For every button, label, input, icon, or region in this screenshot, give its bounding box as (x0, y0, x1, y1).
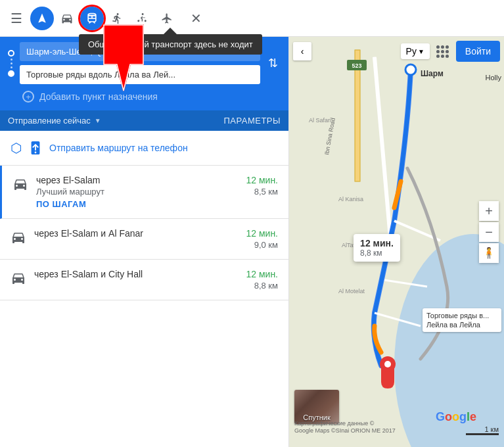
departure-left[interactable]: Отправление сейчас ▼ (8, 116, 101, 126)
street-view-button[interactable]: 🧍 (479, 243, 499, 263)
params-button[interactable]: ПАРАМЕТРЫ (223, 116, 281, 126)
departure-chevron-icon: ▼ (95, 117, 101, 124)
svg-text:523: 523 (352, 62, 361, 69)
transit-nav-icon[interactable] (80, 7, 104, 30)
map-info-box: 12 мин. 8,8 км (354, 234, 400, 262)
walk-nav-icon[interactable] (105, 7, 129, 30)
lang-arrow-icon: ▼ (418, 48, 424, 55)
directions-nav-icon[interactable] (30, 7, 54, 30)
car-icon-3 (11, 270, 26, 286)
add-destination-row[interactable]: + Добавить пункт назначения (8, 87, 281, 108)
zoom-in-button[interactable]: + (479, 201, 499, 221)
route-sublabel-1: Лучший маршрут (36, 187, 104, 197)
departure-bar: Отправление сейчас ▼ ПАРАМЕТРЫ (0, 110, 288, 131)
route-info-2: через El-Salam и Al Fanar 12 мин. 9,0 км (34, 228, 278, 250)
route-time-1: 12 мин. (246, 175, 278, 185)
lang-label: Ру (406, 46, 417, 57)
map-scale: 1 км (466, 425, 499, 435)
car-icon-2 (11, 229, 26, 245)
swap-routes-button[interactable]: ⇅ (265, 53, 281, 73)
bike-nav-icon[interactable] (130, 7, 154, 30)
send-to-phone-icon: ⬡ (11, 140, 22, 156)
info-box-time: 12 мин. (360, 238, 394, 248)
route-time-3: 12 мин. (246, 269, 278, 279)
add-dest-icon: + (22, 91, 34, 103)
nav-icons (30, 7, 179, 30)
route-item-3[interactable]: через El-Salam и City Hall 12 мин. 8,8 к… (0, 260, 288, 300)
map-copyright: Картографические данные © Google Maps ©S… (294, 420, 396, 435)
svg-text:Al Safari: Al Safari (309, 117, 331, 124)
route-list: ⬡ Отправить маршрут на телефон через El-… (0, 131, 288, 447)
route-item-1[interactable]: через El-Salam 12 мин. Лучший маршрут 8,… (0, 166, 288, 219)
google-logo: Google (436, 410, 476, 424)
send-to-phone-button[interactable]: ⬡ Отправить маршрут на телефон (0, 131, 288, 166)
info-box-dist: 8,8 км (360, 248, 394, 258)
route-dist-1: 8,5 км (254, 187, 278, 197)
route-name-3: через El-Salam и City Hall (34, 269, 143, 279)
holly-label: Holly (486, 74, 501, 82)
route-name-1: через El-Salam (36, 175, 100, 185)
departure-label: Отправление сейчас (8, 116, 91, 126)
close-icon[interactable]: ✕ (184, 7, 208, 30)
svg-point-7 (405, 64, 416, 75)
map-top-controls: ‹ Ру ▼ (293, 41, 500, 62)
map-area[interactable]: 523 Шарм Ibn Sina Road Al Kanisa AlTawar… (289, 37, 504, 447)
add-dest-label: Добавить пункт назначения (39, 91, 158, 102)
route-dist-2: 9,0 км (254, 240, 278, 250)
language-selector[interactable]: Ру ▼ (401, 43, 430, 59)
svg-text:Al Kanisa: Al Kanisa (338, 196, 363, 202)
svg-text:Al Motelat: Al Motelat (338, 288, 365, 294)
route-item-2[interactable]: через El-Salam и Al Fanar 12 мин. 9,0 км (0, 219, 288, 260)
car-nav-icon[interactable] (55, 7, 79, 30)
hamburger-icon[interactable]: ☰ (5, 5, 28, 32)
signin-button[interactable]: Войти (456, 41, 500, 62)
destination-label: Торговые ряды в... Лейла ва Лейла (423, 308, 501, 333)
route-steps-button-1[interactable]: ПО ШАГАМ (36, 199, 278, 209)
send-to-phone-label: Отправить маршрут на телефон (49, 143, 188, 153)
map-zoom-controls: + − 🧍 (479, 201, 499, 263)
map-back-button[interactable]: ‹ (293, 42, 311, 60)
left-panel: ⇅ + Добавить пункт назначения Отправлени… (0, 37, 289, 447)
apps-grid-button[interactable] (432, 41, 453, 62)
route-info-1: через El-Salam 12 мин. Лучший маршрут 8,… (36, 175, 278, 209)
send-phone-icon (28, 141, 43, 155)
svg-text:Шарм: Шарм (421, 69, 444, 78)
route-info-3: через El-Salam и City Hall 12 мин. 8,8 к… (34, 269, 278, 291)
transit-tooltip: Общественный транспорт здесь не ходит (79, 34, 262, 55)
svg-point-9 (384, 361, 391, 367)
to-input[interactable] (20, 65, 260, 84)
route-dist-3: 8,8 км (254, 281, 278, 291)
route-time-2: 12 мин. (246, 228, 278, 239)
plane-nav-icon[interactable] (155, 7, 179, 30)
satellite-thumbnail[interactable]: Спутник (294, 390, 339, 424)
zoom-out-button[interactable]: − (479, 222, 499, 242)
route-name-2: через El-Salam и Al Fanar (34, 228, 143, 239)
car-icon-1 (12, 176, 28, 192)
